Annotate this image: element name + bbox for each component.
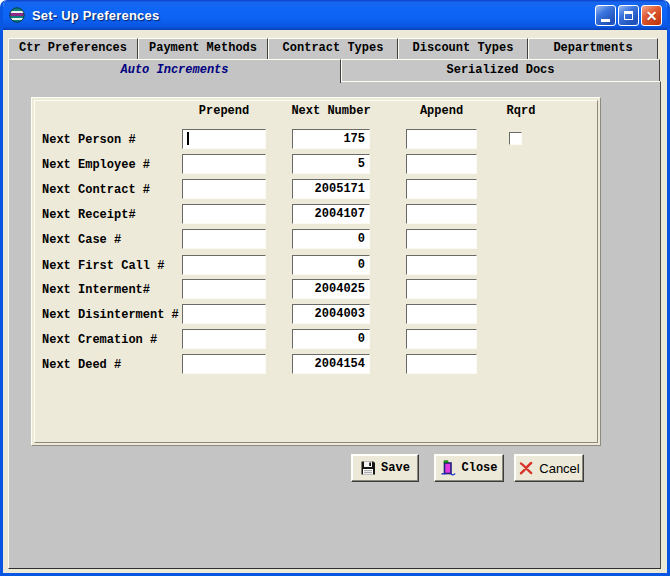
maximize-icon xyxy=(624,11,633,20)
cancel-button[interactable]: Cancel xyxy=(514,454,584,482)
header-rqrd: Rqrd xyxy=(498,104,544,118)
append-input[interactable] xyxy=(406,129,477,149)
tab-discount-types[interactable]: Discount Types xyxy=(398,38,528,59)
tab-serialized-docs[interactable]: Serialized Docs xyxy=(341,59,660,81)
next-number-input[interactable] xyxy=(292,179,370,199)
next-number-input[interactable] xyxy=(292,354,370,374)
tab-ctr-preferences[interactable]: Ctr Preferences xyxy=(8,38,138,59)
row-label: Next Cremation # xyxy=(42,333,157,347)
close-button-label: Close xyxy=(461,461,497,475)
prepend-input[interactable] xyxy=(182,154,266,174)
tab-departments[interactable]: Departments xyxy=(528,38,658,59)
append-input[interactable] xyxy=(406,279,477,299)
next-number-input[interactable] xyxy=(292,129,370,149)
prepend-input[interactable] xyxy=(182,279,266,299)
close-button[interactable]: Close xyxy=(434,454,504,482)
minimize-button[interactable] xyxy=(595,5,616,26)
exit-door-icon xyxy=(440,460,456,476)
append-input[interactable] xyxy=(406,204,477,224)
append-input[interactable] xyxy=(406,354,477,374)
append-input[interactable] xyxy=(406,304,477,324)
next-number-input[interactable] xyxy=(292,204,370,224)
close-window-button[interactable]: ✕ xyxy=(641,5,662,26)
minimize-icon xyxy=(601,19,610,22)
next-number-input[interactable] xyxy=(292,304,370,324)
auto-increments-page: Prepend Next Number Append Rqrd Next Per… xyxy=(8,81,661,569)
window-title: Set- Up Preferences xyxy=(32,8,159,23)
close-icon: ✕ xyxy=(646,9,658,23)
row-label: Next Employee # xyxy=(42,158,150,172)
text-caret xyxy=(187,132,189,145)
rqrd-checkbox[interactable] xyxy=(509,132,522,145)
append-input[interactable] xyxy=(406,329,477,349)
row-label: Next Disinterment # xyxy=(42,308,179,322)
append-input[interactable] xyxy=(406,179,477,199)
prepend-input[interactable] xyxy=(182,255,266,275)
tab-contract-types[interactable]: Contract Types xyxy=(268,38,398,59)
prepend-input[interactable] xyxy=(182,204,266,224)
client-area: Ctr Preferences Payment Methods Contract… xyxy=(3,30,667,573)
append-input[interactable] xyxy=(406,255,477,275)
next-number-input[interactable] xyxy=(292,255,370,275)
save-button-label: Save xyxy=(381,461,410,475)
save-button[interactable]: Save xyxy=(351,454,419,482)
title-bar[interactable]: Set- Up Preferences ✕ xyxy=(3,0,667,30)
header-next-number: Next Number xyxy=(284,104,378,118)
append-input[interactable] xyxy=(406,229,477,249)
floppy-disk-icon xyxy=(360,460,376,476)
row-label: Next Person # xyxy=(42,133,136,147)
row-label: Next Contract # xyxy=(42,183,150,197)
prepend-input[interactable] xyxy=(182,229,266,249)
prepend-input[interactable] xyxy=(182,179,266,199)
row-label: Next Deed # xyxy=(42,358,121,372)
next-number-input[interactable] xyxy=(292,279,370,299)
row-label: Next Interment# xyxy=(42,283,150,297)
tab-payment-methods[interactable]: Payment Methods xyxy=(138,38,268,59)
row-label: Next First Call # xyxy=(42,259,164,273)
append-input[interactable] xyxy=(406,154,477,174)
next-number-input[interactable] xyxy=(292,154,370,174)
next-number-input[interactable] xyxy=(292,329,370,349)
header-prepend: Prepend xyxy=(182,104,266,118)
cancel-button-label: Cancel xyxy=(539,461,579,476)
tab-auto-increments[interactable]: Auto Increments xyxy=(8,59,341,83)
prepend-input[interactable] xyxy=(182,304,266,324)
row-label: Next Receipt# xyxy=(42,208,136,222)
prepend-input[interactable] xyxy=(182,354,266,374)
setup-preferences-window: Set- Up Preferences ✕ Ctr Preferences Pa… xyxy=(0,0,670,576)
maximize-button[interactable] xyxy=(618,5,639,26)
app-icon xyxy=(9,7,26,24)
row-label: Next Case # xyxy=(42,233,121,247)
header-append: Append xyxy=(406,104,477,118)
prepend-input[interactable] xyxy=(182,329,266,349)
prepend-input[interactable] xyxy=(182,129,266,149)
red-x-icon xyxy=(518,460,534,476)
window-controls: ✕ xyxy=(595,5,662,26)
auto-increments-panel: Prepend Next Number Append Rqrd Next Per… xyxy=(31,97,601,446)
next-number-input[interactable] xyxy=(292,229,370,249)
